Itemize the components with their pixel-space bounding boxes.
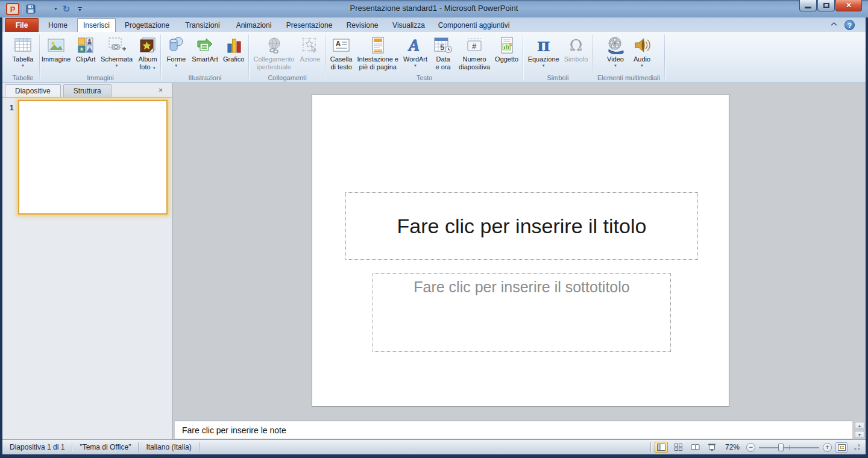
zoom-slider[interactable] (759, 443, 819, 452)
schermata-button[interactable]: Schermata ▼ (99, 34, 134, 74)
title-bar: P ↶ ▼ ↻ ▼ Presentazione standard1 - Micr… (0, 0, 868, 17)
tab-home[interactable]: Home (40, 18, 76, 32)
ribbon-group-collegamenti: Collegamento ipertestuale Azione (249, 32, 326, 83)
ribbon-tab-row: File Home Inserisci Progettazione Transi… (2, 17, 866, 32)
maximize-button[interactable] (817, 0, 835, 11)
button-label: Equazione (528, 55, 559, 63)
smartart-button[interactable]: SmartArt (189, 34, 220, 74)
tab-diapositive[interactable]: Diapositive (5, 84, 61, 97)
svg-text:A: A (407, 36, 420, 54)
ribbon-group-simboli: π Equazione ▼ Ω Simbolo Simboli (523, 32, 593, 83)
video-film-reel-icon (605, 35, 626, 55)
group-label: Simboli (523, 74, 593, 83)
subtitle-placeholder[interactable]: Fare clic per inserire il sottotitolo (373, 273, 671, 352)
azione-button: Azione (297, 34, 323, 74)
dropdown-arrow-icon: ▼ (640, 63, 644, 68)
audio-speaker-icon (632, 35, 652, 55)
textbox-icon: A (331, 35, 351, 55)
ribbon: Tabella ▼ Tabelle Immagine (2, 32, 866, 83)
zoom-percentage[interactable]: 72% (722, 443, 743, 451)
numero-diapositiva-button[interactable]: # Numero diapositiva (456, 34, 492, 74)
dropdown-arrow-icon: ▼ (153, 66, 156, 70)
dropdown-arrow-icon: ▼ (414, 63, 417, 68)
fit-slide-to-window-button[interactable] (835, 442, 848, 453)
casella-di-testo-button[interactable]: A Casella di testo (328, 34, 355, 74)
action-icon (300, 35, 320, 55)
notes-pane[interactable]: Fare clic per inserire le note (175, 421, 852, 439)
dropdown-arrow-icon: ▼ (614, 63, 617, 68)
slide-thumbnail[interactable] (18, 100, 168, 215)
minimize-button[interactable] (799, 0, 817, 11)
slide-editing-area: Fare clic per inserire il titolo Fare cl… (175, 83, 866, 421)
audio-button[interactable]: Audio ▼ (629, 34, 655, 74)
video-button[interactable]: Video ▼ (602, 34, 629, 74)
equazione-button[interactable]: π Equazione ▼ (526, 34, 562, 74)
ribbon-group-illustrazioni: Forme ▼ SmartArt (161, 32, 249, 83)
slide-count-status[interactable]: Diapositiva 1 di 1 (2, 443, 72, 451)
tab-transizioni[interactable]: Transizioni (178, 18, 227, 32)
ribbon-group-tabelle: Tabella ▼ Tabelle (6, 32, 40, 83)
normal-view-button[interactable] (655, 442, 668, 453)
picture-icon (46, 35, 66, 55)
language-status[interactable]: Italiano (Italia) (139, 443, 198, 451)
slide-show-icon (708, 444, 716, 451)
close-button[interactable]: ✕ (835, 0, 862, 11)
tab-presentazione[interactable]: Presentazione (281, 18, 338, 32)
tab-revisione[interactable]: Revisione (339, 18, 386, 32)
group-label: Testo (326, 74, 523, 83)
zoom-in-button[interactable]: + (823, 443, 832, 452)
svg-text:A: A (336, 40, 341, 47)
button-label: Album (138, 55, 157, 63)
clipart-button[interactable]: ClipArt (72, 34, 99, 74)
help-button[interactable]: ? (844, 20, 855, 30)
album-foto-button[interactable]: Album foto ▼ (134, 34, 161, 74)
tab-animazioni[interactable]: Animazioni (228, 18, 280, 32)
tabella-button[interactable]: Tabella ▼ (10, 34, 36, 74)
collapse-ribbon-button[interactable] (831, 22, 839, 29)
tab-visualizza[interactable]: Visualizza (387, 18, 430, 32)
shapes-icon (166, 35, 186, 55)
wordart-button[interactable]: A WordArt ▼ (401, 34, 430, 74)
button-label: Tabella (13, 55, 34, 63)
tab-componenti-aggiuntivi[interactable]: Componenti aggiuntivi (432, 18, 516, 32)
button-label: ClipArt (76, 55, 96, 63)
dropdown-arrow-icon: ▼ (174, 63, 178, 68)
close-panel-icon[interactable]: × (159, 86, 167, 97)
reading-view-button[interactable] (688, 442, 702, 453)
resize-grip[interactable] (854, 444, 861, 451)
tab-progettazione[interactable]: Progettazione (117, 18, 177, 32)
forme-button[interactable]: Forme ▼ (163, 34, 189, 74)
slide-show-button[interactable] (705, 442, 719, 453)
grafico-button[interactable]: Grafico (221, 34, 247, 74)
tab-file[interactable]: File (5, 18, 39, 32)
collegamento-ipertestuale-button: Collegamento ipertestuale (251, 34, 297, 74)
divider (650, 442, 651, 452)
title-placeholder[interactable]: Fare clic per inserire il titolo (345, 192, 698, 260)
zoom-out-button[interactable]: − (746, 443, 755, 452)
intestazione-pie-pagina-button[interactable]: Intestazione e piè di pagina (354, 34, 401, 74)
notes-placeholder-text: Fare clic per inserire le note (175, 421, 852, 435)
bar-chart-icon (224, 35, 244, 55)
dropdown-arrow-icon: ▼ (115, 63, 119, 68)
close-icon: ✕ (846, 1, 852, 10)
oggetto-button[interactable]: Oggetto (492, 34, 521, 74)
button-label: Casella (330, 55, 353, 63)
notes-scrollbar[interactable]: ▲ ▼ (854, 421, 866, 439)
maximize-icon (823, 3, 829, 8)
scroll-up-icon[interactable]: ▲ (855, 422, 864, 429)
zoom-slider-thumb[interactable] (778, 444, 784, 451)
status-bar: Diapositiva 1 di 1 "Tema di Office" Ital… (2, 439, 866, 454)
tab-inserisci[interactable]: Inserisci (77, 18, 116, 32)
slide-sorter-view-button[interactable] (671, 442, 685, 453)
zoom-slider-tick (789, 445, 790, 450)
tab-struttura[interactable]: Struttura (63, 84, 112, 97)
data-e-ora-button[interactable]: 5 Data e ora (430, 34, 456, 74)
immagine-button[interactable]: Immagine (40, 34, 72, 74)
scroll-down-icon[interactable]: ▼ (855, 431, 864, 438)
reading-view-icon (691, 444, 700, 451)
normal-view-icon (657, 444, 665, 451)
button-label: Collegamento (254, 55, 295, 63)
slide-canvas[interactable]: Fare clic per inserire il titolo Fare cl… (312, 94, 729, 407)
svg-text:5: 5 (440, 43, 444, 52)
theme-status[interactable]: "Tema di Office" (72, 443, 138, 451)
